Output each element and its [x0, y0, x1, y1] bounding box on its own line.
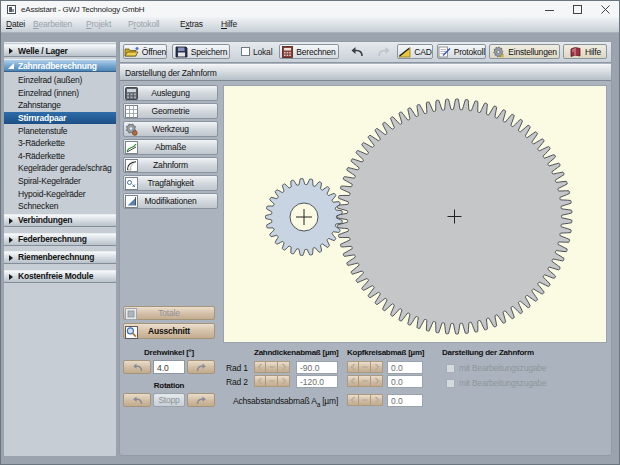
- stepper-next-button[interactable]: [371, 375, 383, 387]
- rad2-tip-input[interactable]: [387, 375, 423, 388]
- auslegung-button[interactable]: Auslegung: [123, 85, 218, 101]
- sidebar-item-einzelrad-innen[interactable]: Einzelrad (innen): [4, 87, 116, 100]
- chevron-right-icon: [373, 377, 381, 385]
- title-bar: eAssistant - GWJ Technology GmbH: [1, 1, 619, 17]
- close-button[interactable]: [591, 1, 619, 17]
- app-icon: [7, 5, 16, 14]
- local-checkbox[interactable]: [241, 47, 250, 56]
- werkzeug-button[interactable]: Werkzeug: [123, 121, 218, 137]
- menu-bar: Datei Bearbeiten Projekt Protokoll Extra…: [1, 17, 619, 33]
- rotate-cw-step-button[interactable]: [187, 360, 215, 374]
- settings-button[interactable]: Einstellungen: [489, 44, 560, 59]
- sidebar-item-einzelrad-aussen[interactable]: Einzelrad (außen): [4, 74, 116, 87]
- cad-button[interactable]: CAD: [397, 44, 433, 59]
- stepper-prev-button[interactable]: [347, 394, 359, 406]
- stepper-mid-button[interactable]: [266, 361, 278, 373]
- machining-allowance-checkbox[interactable]: [446, 379, 455, 388]
- sidebar-section-welle-lager[interactable]: Welle / Lager: [4, 44, 116, 57]
- chevron-left-icon: [256, 363, 264, 371]
- sidebar-item-4-raederkette[interactable]: 4-Räderkette: [4, 150, 116, 163]
- minimize-icon: [545, 5, 554, 14]
- menu-bearbeiten[interactable]: Bearbeiten: [33, 17, 72, 32]
- calculate-button[interactable]: Berechnen: [279, 44, 339, 59]
- stepper-next-button[interactable]: [371, 394, 383, 406]
- sidebar-item-schnecken[interactable]: Schnecken: [4, 200, 116, 213]
- stepper-prev-button[interactable]: [347, 375, 359, 387]
- stepper-mid-button[interactable]: [359, 375, 371, 387]
- nav-column: Auslegung Geometrie Werkzeug: [123, 85, 218, 211]
- sidebar-section-zahnradberechnung[interactable]: Zahnradberechnung: [4, 59, 116, 72]
- modification-icon: [125, 195, 138, 208]
- redo-button[interactable]: [373, 44, 394, 59]
- center-distance-input[interactable]: [387, 394, 423, 407]
- chevron-left-icon: [349, 396, 357, 404]
- totale-button[interactable]: Totale: [123, 306, 215, 320]
- sidebar-item-kegelraeder[interactable]: Kegelräder gerade/schräg: [4, 162, 116, 175]
- sidebar-item-hypoid-kegelraeder[interactable]: Hypoid-Kegelräder: [4, 187, 116, 200]
- maximize-button[interactable]: [563, 1, 591, 17]
- sidebar-item-3-raederkette[interactable]: 3-Räderkette: [4, 137, 116, 150]
- rad1-thickness-input[interactable]: [296, 361, 338, 374]
- tolerance-chart-icon: [125, 141, 138, 154]
- stepper-prev-button[interactable]: [254, 375, 266, 387]
- ausschnitt-button[interactable]: Ausschnitt: [123, 323, 215, 339]
- stop-button[interactable]: Stopp: [153, 393, 185, 407]
- save-button[interactable]: Speichern: [172, 44, 230, 59]
- minus-icon: [361, 377, 369, 385]
- collapsed-arrow-icon: [9, 218, 13, 224]
- sidebar-item-spiral-kegelraeder[interactable]: Spiral-Kegelräder: [4, 175, 116, 188]
- tragfaehigkeit-button[interactable]: Tragfähigkeit: [123, 175, 218, 191]
- toolbar: Öffnen Speichern Lokal: [120, 42, 611, 63]
- rotate-ccw-step-button[interactable]: [123, 360, 151, 374]
- gear-canvas[interactable]: [223, 85, 607, 343]
- stepper-mid-button[interactable]: [266, 375, 278, 387]
- stepper-mid-button[interactable]: [359, 361, 371, 373]
- rad2-label: Rad 2: [226, 377, 248, 387]
- menu-extras[interactable]: Extras: [180, 17, 203, 32]
- stepper-next-button[interactable]: [371, 361, 383, 373]
- stepper-prev-button[interactable]: [347, 361, 359, 373]
- minus-icon: [268, 363, 276, 371]
- menu-datei[interactable]: Datei: [6, 17, 25, 32]
- sidebar-section-federberechnung[interactable]: Federberechnung: [4, 233, 116, 246]
- rotate-ccw-button[interactable]: [123, 393, 151, 407]
- rad1-tip-input[interactable]: [387, 361, 423, 374]
- protocol-button[interactable]: Protokoll: [437, 44, 486, 59]
- help-button[interactable]: Hilfe: [563, 44, 607, 59]
- machining-allowance-checkbox[interactable]: [446, 364, 455, 373]
- undo-button[interactable]: [346, 44, 367, 59]
- sidebar-section-riemenberechnung[interactable]: Riemenberechnung: [4, 251, 116, 264]
- geometrie-button[interactable]: Geometrie: [123, 103, 218, 119]
- open-folder-icon: [124, 46, 139, 58]
- sidebar-section-kostenfreie-module[interactable]: Kostenfreie Module: [4, 270, 116, 283]
- stepper-next-button[interactable]: [278, 375, 290, 387]
- protocol-icon: [438, 46, 451, 58]
- sidebar-item-planetenstufe[interactable]: Planetenstufe: [4, 124, 116, 137]
- angle-label: Drehwinkel [°]: [123, 348, 215, 357]
- sidebar-item-stirnradpaar[interactable]: Stirnradpaar: [4, 112, 116, 125]
- minimize-button[interactable]: [535, 1, 563, 17]
- rad2-thickness-input[interactable]: [296, 375, 338, 388]
- menu-projekt[interactable]: Projekt: [86, 17, 111, 32]
- rotate-cw-icon: [195, 362, 208, 373]
- rotate-cw-button[interactable]: [187, 393, 215, 407]
- sidebar-item-zahnstange[interactable]: Zahnstange: [4, 99, 116, 112]
- modifikationen-button[interactable]: Modifikationen: [123, 193, 218, 209]
- stepper-mid-button[interactable]: [359, 394, 371, 406]
- grid-icon: [125, 105, 138, 118]
- open-button[interactable]: Öffnen: [123, 44, 167, 59]
- stepper-prev-button[interactable]: [254, 361, 266, 373]
- rotate-ccw-icon: [131, 395, 144, 406]
- zahnform-button[interactable]: Zahnform: [123, 157, 218, 173]
- angle-input[interactable]: [153, 360, 185, 374]
- sidebar-section-verbindungen[interactable]: Verbindungen: [4, 214, 116, 227]
- tooth-thickness-heading: Zahndickenabmaß [µm]: [254, 348, 339, 357]
- display-heading: Darstellung der Zahnform: [442, 348, 534, 357]
- abmasse-button[interactable]: Abmaße: [123, 139, 218, 155]
- menu-protokoll[interactable]: Protokoll: [128, 17, 159, 32]
- zoom-icon: [125, 326, 138, 339]
- window-title: eAssistant - GWJ Technology GmbH: [21, 5, 144, 14]
- collapsed-arrow-icon: [9, 255, 13, 261]
- stepper-next-button[interactable]: [278, 361, 290, 373]
- menu-hilfe[interactable]: Hilfe: [221, 17, 237, 32]
